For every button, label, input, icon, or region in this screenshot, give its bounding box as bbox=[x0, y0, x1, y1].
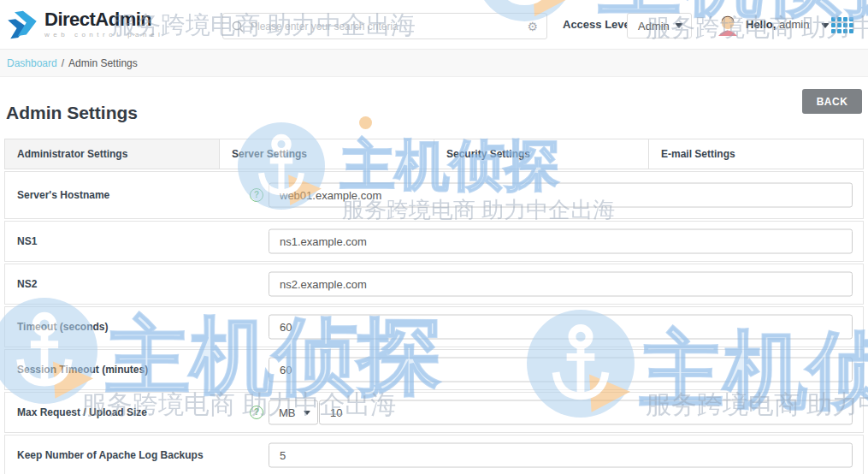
field-input[interactable] bbox=[269, 358, 853, 382]
search-settings-gear-icon[interactable]: ⚙ bbox=[527, 21, 538, 33]
field-input[interactable] bbox=[319, 400, 853, 425]
access-level-dropdown[interactable]: Admin bbox=[627, 13, 692, 39]
unit-dropdown[interactable]: MB bbox=[269, 400, 318, 425]
global-search: ⚙ bbox=[222, 13, 547, 39]
help-icon[interactable]: ? bbox=[250, 406, 263, 419]
greeting-text: Hello, bbox=[746, 18, 776, 31]
settings-form: Server's Hostname?NS1NS2Timeout (seconds… bbox=[4, 171, 864, 474]
title-section: Admin Settings BACK bbox=[0, 77, 868, 139]
help-icon[interactable]: ? bbox=[250, 188, 263, 202]
form-row: Server's Hostname? bbox=[4, 171, 864, 219]
logo-subtitle: web control panel bbox=[44, 31, 163, 39]
field-input[interactable] bbox=[269, 229, 853, 254]
unit-value: MB bbox=[279, 406, 296, 419]
chevron-down-icon bbox=[821, 23, 830, 28]
field-input[interactable] bbox=[269, 183, 853, 208]
user-avatar[interactable] bbox=[717, 14, 739, 36]
field-label: NS1 bbox=[17, 235, 37, 247]
access-level-value: Admin bbox=[638, 20, 670, 33]
access-level-label: Access Level bbox=[563, 18, 633, 31]
form-row: Keep Number of Apache Log Backups bbox=[4, 435, 864, 474]
tab-label: E-mail Settings bbox=[661, 148, 735, 160]
tab-label: Security Settings bbox=[446, 148, 530, 160]
breadcrumb-dashboard-link[interactable]: Dashboard bbox=[7, 57, 57, 69]
field-input[interactable] bbox=[269, 315, 853, 340]
tab-label: Administrator Settings bbox=[17, 148, 127, 160]
settings-tabs: Administrator SettingsServer SettingsSec… bbox=[4, 139, 864, 169]
greeting-username: admin bbox=[779, 18, 809, 31]
tab-server-settings[interactable]: Server Settings bbox=[220, 139, 434, 169]
breadcrumb-separator: / bbox=[62, 57, 64, 69]
back-button[interactable]: BACK bbox=[802, 89, 862, 114]
breadcrumb: Dashboard / Admin Settings bbox=[0, 50, 868, 77]
search-icon bbox=[232, 21, 244, 33]
page-title: Admin Settings bbox=[6, 103, 138, 123]
form-row: NS2 bbox=[4, 264, 864, 305]
breadcrumb-current: Admin Settings bbox=[68, 57, 138, 69]
field-label: Timeout (seconds) bbox=[17, 321, 108, 333]
form-row: Session Timeout (minutes) bbox=[4, 349, 864, 390]
admin-settings-table: Administrator SettingsServer SettingsSec… bbox=[4, 139, 864, 474]
directadmin-chevrons-icon bbox=[7, 9, 39, 39]
apps-grid-icon[interactable] bbox=[831, 17, 853, 33]
directadmin-logo[interactable]: DirectAdmin web control panel bbox=[7, 9, 163, 39]
field-label: Keep Number of Apache Log Backups bbox=[17, 449, 204, 461]
chevron-down-icon bbox=[304, 410, 311, 414]
tab-security-settings[interactable]: Security Settings bbox=[434, 139, 649, 169]
tab-label: Server Settings bbox=[232, 148, 307, 160]
tab-e-mail-settings[interactable]: E-mail Settings bbox=[649, 139, 863, 169]
form-row: NS1 bbox=[4, 221, 864, 262]
tab-administrator-settings[interactable]: Administrator Settings bbox=[5, 139, 220, 169]
form-row: Max Request / Upload Size?MB bbox=[4, 392, 864, 433]
form-row: Timeout (seconds) bbox=[4, 306, 864, 347]
field-label: Max Request / Upload Size bbox=[17, 406, 147, 418]
field-label: Server's Hostname bbox=[17, 189, 109, 201]
field-input[interactable] bbox=[269, 443, 853, 468]
logo-title: DirectAdmin bbox=[44, 10, 163, 29]
chevron-down-icon bbox=[675, 23, 683, 28]
field-label: NS2 bbox=[17, 278, 37, 290]
field-label: Session Timeout (minutes) bbox=[17, 364, 148, 376]
top-header: DirectAdmin web control panel ⚙ Access L… bbox=[0, 0, 868, 50]
user-menu[interactable]: Hello, admin bbox=[746, 18, 830, 31]
search-input[interactable] bbox=[251, 21, 520, 33]
field-input[interactable] bbox=[269, 272, 853, 297]
